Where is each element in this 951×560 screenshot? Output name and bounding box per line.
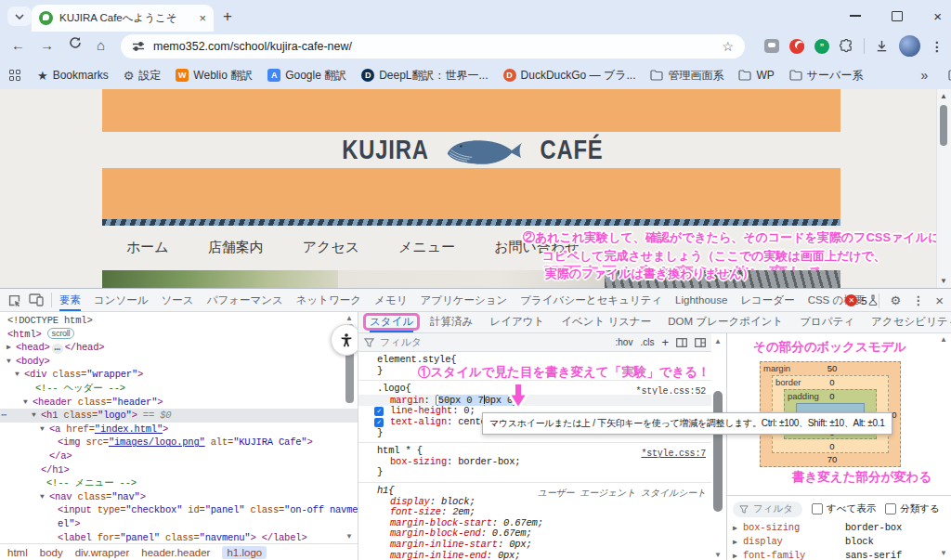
style-property[interactable]: margin-inline-end: 0px; — [358, 551, 711, 560]
pane-tab-イベント リスナー[interactable]: イベント リスナー — [561, 312, 651, 332]
tree-line[interactable]: <html>scroll — [0, 328, 358, 342]
device-toolbar-icon[interactable] — [29, 293, 44, 306]
bookmark-item[interactable]: WWeblio 翻訳 — [176, 68, 253, 84]
padding-top-value[interactable]: 0 — [829, 391, 834, 401]
pane-tab-スタイル[interactable]: スタイル — [370, 312, 413, 332]
pane-tab-計算済み[interactable]: 計算済み — [430, 312, 473, 332]
computed-property-row[interactable]: ▶displayblock — [727, 535, 951, 549]
window-close-icon[interactable]: × — [933, 9, 942, 23]
tree-line[interactable]: ▼<header class="header"> — [0, 396, 358, 410]
quote-extension-icon[interactable]: ” — [814, 39, 829, 54]
devtools-settings-icon[interactable]: ⚙ — [891, 293, 902, 307]
site-nav-link[interactable]: アクセス — [303, 239, 359, 256]
devtools-close-icon[interactable]: × — [935, 293, 944, 308]
margin-top-value[interactable]: 50 — [827, 363, 838, 373]
url-text[interactable]: memo352.com/school/kujira-cafe-new/ — [153, 40, 722, 53]
site-nav-link[interactable]: メニュー — [398, 239, 455, 256]
devtools-tab-ソース[interactable]: ソース — [162, 289, 194, 311]
devtools-tab-要素[interactable]: 要素 — [59, 289, 81, 311]
tree-line[interactable]: </h1> — [0, 463, 358, 477]
browser-menu-icon[interactable]: ⋮ — [931, 39, 944, 54]
node-menu-icon[interactable]: ⋯ — [1, 409, 7, 423]
devtools-tab-Lighthouse[interactable]: Lighthouse — [675, 289, 727, 311]
class-button[interactable]: .cls — [640, 337, 654, 347]
devtools-tab-アプリケーション[interactable]: アプリケーション — [420, 289, 507, 311]
bookmark-item[interactable]: AGoogle 翻訳 — [267, 68, 346, 84]
scrollbar-thumb[interactable] — [940, 105, 947, 146]
sidebar-scrollbar[interactable]: ▲▼ — [938, 333, 949, 560]
error-badge[interactable]: ✕ 5 — [845, 294, 866, 306]
breadcrumb-item[interactable]: h1.logo — [222, 546, 267, 559]
expand-arrow-icon[interactable]: ▼ — [40, 423, 45, 436]
computed-sidebar-icon[interactable] — [676, 338, 687, 347]
property-checkbox[interactable]: ✓ — [374, 418, 384, 427]
chat-extension-icon[interactable] — [764, 39, 779, 53]
devtools-tab-ネットワーク[interactable]: ネットワーク — [296, 289, 361, 311]
tree-line[interactable]: <!-- ヘッダー --> — [0, 382, 358, 396]
tree-line[interactable]: <input type="checkbox" id="panel" class=… — [0, 503, 358, 517]
border-top-value[interactable]: 0 — [829, 377, 834, 387]
margin-right-value[interactable]: 0 — [892, 410, 896, 420]
computed-filter-input[interactable]: フィルタ — [733, 501, 802, 517]
new-tab-button[interactable]: + — [223, 7, 232, 26]
show-all-checkbox[interactable]: すべて表示 — [812, 502, 876, 515]
scroll-down-icon[interactable]: ▼ — [940, 277, 947, 285]
bookmark-item[interactable]: 管理画面系 — [650, 68, 723, 84]
tree-line[interactable]: el"> — [0, 517, 358, 531]
site-nav-link[interactable]: ホーム — [126, 239, 169, 256]
inspect-element-icon[interactable] — [7, 293, 21, 307]
downloads-icon[interactable] — [875, 39, 889, 53]
devtools-tab-パフォーマンス[interactable]: パフォーマンス — [207, 289, 283, 311]
forward-icon[interactable]: → — [40, 37, 54, 53]
tree-line[interactable]: ▼<div class="wrapper"> — [0, 368, 358, 382]
devtools-tab-プライバシーとセキュリティ[interactable]: プライバシーとセキュリティ — [520, 289, 662, 311]
bookmark-item[interactable]: サーバー系 — [789, 68, 864, 84]
site-nav-link[interactable]: 店舗案内 — [208, 239, 264, 256]
tree-line[interactable]: <!-- メニュー --> — [0, 476, 358, 490]
bookmark-star-icon[interactable]: ☆ — [722, 39, 734, 54]
group-checkbox[interactable]: 分類する — [885, 502, 940, 515]
styles-scrollbar[interactable]: ▲▼ — [711, 335, 724, 560]
bookmarks-overflow-chevron[interactable]: » — [920, 68, 928, 83]
tree-line[interactable]: ▼<a href="index.html"> — [0, 423, 358, 436]
border-bottom-value[interactable]: 0 — [829, 441, 834, 451]
scroll-up-icon[interactable]: ▲ — [940, 92, 947, 100]
new-rule-button[interactable]: + — [661, 335, 669, 349]
bookmark-item[interactable]: ★Bookmarks — [37, 69, 109, 83]
expand-arrow-icon[interactable]: ▼ — [23, 396, 28, 410]
bookmark-item[interactable]: ⚙設定 — [124, 68, 162, 84]
tree-line[interactable]: <img src="images/logo.png" alt="KUJIRA C… — [0, 436, 358, 449]
window-minimize-icon[interactable] — [850, 15, 861, 17]
tab-search-button[interactable] — [7, 7, 32, 26]
extensions-puzzle-icon[interactable] — [840, 39, 853, 53]
margin-bottom-value[interactable]: 70 — [827, 454, 838, 464]
devtools-tab-レコーダー[interactable]: レコーダー — [740, 289, 794, 311]
expand-arrow-icon[interactable]: ▼ — [15, 368, 20, 382]
breadcrumb-item[interactable]: div.wrapper — [75, 547, 130, 558]
tree-line[interactable]: ⋯▼<h1 class="logo"> == $0 — [0, 409, 358, 423]
devtools-tab-コンソール[interactable]: コンソール — [94, 289, 149, 311]
breadcrumb-item[interactable]: header.header — [141, 547, 210, 558]
checkbox-icon[interactable] — [885, 503, 896, 514]
computed-property-row[interactable]: ▶font-familysans-serif — [727, 549, 951, 560]
bookmark-item[interactable]: DDuckDuckGo — ブラ... — [503, 68, 636, 84]
apps-grid-icon[interactable] — [9, 70, 20, 82]
expand-arrow-icon[interactable]: ▶ — [7, 341, 11, 355]
expand-arrow-icon[interactable]: ▼ — [32, 409, 36, 423]
window-maximize-icon[interactable] — [892, 11, 903, 21]
tab-close-icon[interactable]: × — [199, 11, 206, 25]
breadcrumb-item[interactable]: html — [7, 547, 28, 558]
pane-tab-アクセシビリティ[interactable]: アクセシビリティ — [871, 312, 951, 332]
reload-icon[interactable] — [69, 36, 82, 49]
styles-filter-input[interactable]: フィルタ — [380, 335, 422, 349]
pane-tab-プロパティ[interactable]: プロパティ — [800, 312, 854, 332]
security-extension-icon[interactable] — [789, 39, 804, 54]
pane-tab-DOM ブレークポイント[interactable]: DOM ブレークポイント — [668, 312, 783, 332]
devtools-menu-icon[interactable]: ⋮ — [912, 293, 924, 307]
bookmark-item[interactable]: WP — [738, 69, 774, 82]
home-icon[interactable]: ⌂ — [97, 37, 105, 53]
expand-arrow-icon[interactable]: ▼ — [7, 355, 11, 369]
pane-tab-レイアウト[interactable]: レイアウト — [489, 312, 544, 332]
computed-property-row[interactable]: ▶box-sizingborder-box — [727, 521, 951, 535]
tree-line[interactable]: ▼<nav class="nav"> — [0, 490, 358, 504]
